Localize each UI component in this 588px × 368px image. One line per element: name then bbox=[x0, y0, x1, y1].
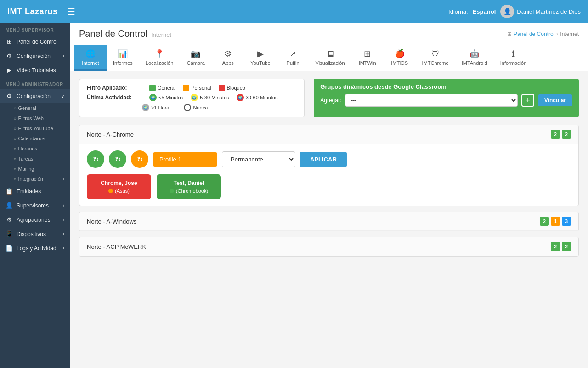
sidebar-item-label: Supervisores bbox=[17, 202, 49, 209]
tab-camara[interactable]: 📷 Cámara bbox=[180, 45, 212, 71]
sub-arrow-icon: » bbox=[14, 156, 17, 161]
tab-label: Visualización bbox=[316, 60, 345, 66]
tab-label: YouTube bbox=[250, 60, 270, 66]
tab-apps[interactable]: ⚙ Apps bbox=[212, 45, 244, 71]
aplicar-button[interactable]: APLICAR bbox=[300, 152, 347, 167]
filtro-label: Filtro Aplicado: bbox=[87, 85, 142, 91]
breadcrumb: ⊞ Panel de Control › Internet bbox=[507, 31, 579, 37]
menu-toggle-icon[interactable]: ☰ bbox=[67, 6, 75, 17]
panel-control-icon: ⊞ bbox=[6, 38, 13, 45]
student-device: (Asus) bbox=[108, 188, 130, 194]
personal-label: Personal bbox=[191, 85, 211, 91]
tab-label: Información bbox=[500, 60, 526, 66]
tab-imtchrome[interactable]: 🛡 IMTChrome bbox=[416, 45, 455, 71]
sidebar-sub-calendarios[interactable]: » Calendarios bbox=[0, 133, 70, 144]
supervisores-icon: 👤 bbox=[6, 202, 13, 209]
navbar-right: Idioma: Español 👤 Daniel Martínez de Dio… bbox=[448, 5, 581, 18]
chevron-right-icon: › bbox=[63, 246, 64, 251]
badge-green-2b: 2 bbox=[562, 130, 571, 139]
permanente-select[interactable]: Permanente bbox=[222, 151, 295, 167]
sidebar-sub-filtros-youtube[interactable]: » Filtros YouTube bbox=[0, 123, 70, 133]
page-subtitle: Internet bbox=[151, 31, 171, 38]
tab-label: IMTAndroid bbox=[462, 60, 487, 66]
logs-icon: 📄 bbox=[6, 245, 13, 252]
tab-label: Localización bbox=[146, 60, 174, 66]
badge-green-2: 2 bbox=[551, 130, 560, 139]
chevron-right-icon: › bbox=[63, 203, 64, 208]
user-name: Daniel Martínez de Dios bbox=[517, 8, 581, 15]
sidebar-item-label: Dispositivos bbox=[17, 231, 46, 237]
group-header-norte-acp-mcwerk: Norte - ACP McWERK 2 2 bbox=[79, 237, 578, 256]
filtro-line: Filtro Aplicado: General Personal Bloque… bbox=[87, 85, 297, 91]
ultima-line: Última Actividad: 🌍 <5 Minutos 🌍 5-30 Mi… bbox=[87, 94, 297, 101]
sidebar-item-dispositivos[interactable]: 📱 Dispositivos › bbox=[0, 227, 70, 241]
sidebar-item-configuracion-admin[interactable]: ⚙ Configuración ∨ bbox=[0, 89, 70, 103]
sidebar-item-panel-control[interactable]: ⊞ Panel de Control bbox=[0, 34, 70, 49]
sidebar-sub-mailing[interactable]: » Mailing bbox=[0, 164, 70, 174]
filter-general: General bbox=[149, 85, 175, 91]
tab-informacion[interactable]: ℹ Información bbox=[494, 45, 533, 71]
student-card-chrome-jose[interactable]: Chrome, Jose (Asus) bbox=[87, 174, 151, 199]
student-name: Chrome, Jose bbox=[101, 180, 137, 186]
panel-content: Filtro Aplicado: General Personal Bloque… bbox=[70, 71, 588, 270]
badge-green-2: 2 bbox=[562, 242, 571, 251]
student-name: Test, Daniel bbox=[174, 180, 204, 186]
tab-visualizacion[interactable]: 🖥 Visualización bbox=[309, 45, 351, 71]
sidebar-sub-horarios[interactable]: » Horarios bbox=[0, 144, 70, 154]
sidebar-item-configuracion-sup[interactable]: ⚙ Configuración › bbox=[0, 49, 70, 63]
filter-60min: 🌍 30-60 Minutos bbox=[237, 94, 278, 101]
sidebar-item-logs[interactable]: 📄 Logs y Actividad › bbox=[0, 241, 70, 255]
main-layout: MENÚ SUPERVISOR ⊞ Panel de Control ⚙ Con… bbox=[0, 23, 588, 368]
tab-label: IMTWin bbox=[359, 60, 376, 66]
sub-arrow-icon: » bbox=[14, 146, 17, 151]
agregar-label: Agregar: bbox=[320, 97, 341, 104]
sidebar-sub-integracion[interactable]: » Integración › bbox=[0, 174, 70, 184]
breadcrumb-item-1[interactable]: Panel de Control bbox=[514, 31, 554, 37]
sub-arrow-icon: » bbox=[14, 167, 17, 172]
sidebar-item-video-tutoriales[interactable]: ▶ Video Tutoriales bbox=[0, 63, 70, 77]
refresh-btn-1[interactable]: ↻ bbox=[87, 150, 104, 168]
classroom-select[interactable]: --- bbox=[345, 94, 518, 107]
tab-puffin[interactable]: ↗ Puffin bbox=[277, 45, 309, 71]
tab-imtios[interactable]: 🍎 IMTiOS bbox=[384, 45, 416, 71]
content-area: Panel de Control Internet ⊞ Panel de Con… bbox=[70, 23, 588, 368]
sidebar-item-entidades[interactable]: 📋 Entidades bbox=[0, 184, 70, 198]
student-card-test-daniel[interactable]: Test, Daniel (Chromebook) bbox=[157, 174, 221, 199]
sidebar-sub-tareas[interactable]: » Tareas bbox=[0, 154, 70, 164]
student-device: (Chromebook) bbox=[170, 188, 208, 194]
refresh-btn-3[interactable]: ↻ bbox=[131, 150, 148, 168]
tab-imtwin[interactable]: ⊞ IMTWin bbox=[351, 45, 384, 71]
refresh-btn-2[interactable]: ↻ bbox=[109, 150, 126, 168]
sidebar-item-agrupaciones[interactable]: ⚙ Agrupaciones › bbox=[0, 213, 70, 227]
profile-select[interactable]: Profile 1 bbox=[153, 152, 217, 167]
sidebar-item-supervisores[interactable]: 👤 Supervisores › bbox=[0, 198, 70, 213]
sidebar-item-label: Logs y Actividad bbox=[17, 245, 57, 252]
device-name: (Asus) bbox=[115, 188, 130, 194]
sub-arrow-icon: » bbox=[14, 177, 17, 182]
chevron-right-icon: › bbox=[63, 217, 64, 222]
general-dot bbox=[149, 85, 156, 91]
user-profile[interactable]: 👤 Daniel Martínez de Dios bbox=[500, 5, 581, 18]
config-admin-icon: ⚙ bbox=[6, 92, 13, 99]
chevron-right-icon: › bbox=[63, 231, 64, 236]
sidebar-sub-filtros-web[interactable]: » Filtros Web bbox=[0, 113, 70, 123]
30min-dot: 🌍 bbox=[191, 94, 198, 101]
group-title: Norte - A-Windows bbox=[87, 218, 136, 225]
vincular-button[interactable]: Vincular bbox=[538, 94, 572, 106]
tab-internet[interactable]: 🌐 Internet bbox=[74, 45, 107, 71]
badge-green-1: 2 bbox=[551, 242, 560, 251]
entidades-icon: 📋 bbox=[6, 188, 13, 195]
tab-informes[interactable]: 📊 Informes bbox=[107, 45, 139, 71]
sidebar-sub-general[interactable]: » General bbox=[0, 103, 70, 113]
classroom-add-button[interactable]: + bbox=[521, 94, 534, 107]
page-title: Panel de Control bbox=[79, 29, 147, 39]
language-value: Español bbox=[473, 8, 496, 15]
tab-imtandroid[interactable]: 🤖 IMTAndroid bbox=[455, 45, 494, 71]
hora-dot: 🌍 bbox=[142, 104, 149, 111]
tab-label: Informes bbox=[113, 60, 133, 66]
tab-youtube[interactable]: ▶ YouTube bbox=[244, 45, 277, 71]
tab-localizacion[interactable]: 📍 Localización bbox=[139, 45, 180, 71]
30min-label: 5-30 Minutos bbox=[200, 95, 229, 100]
group-header-norte-a-chrome: Norte - A-Chrome 2 2 bbox=[79, 125, 578, 144]
agrupaciones-icon: ⚙ bbox=[6, 216, 13, 223]
